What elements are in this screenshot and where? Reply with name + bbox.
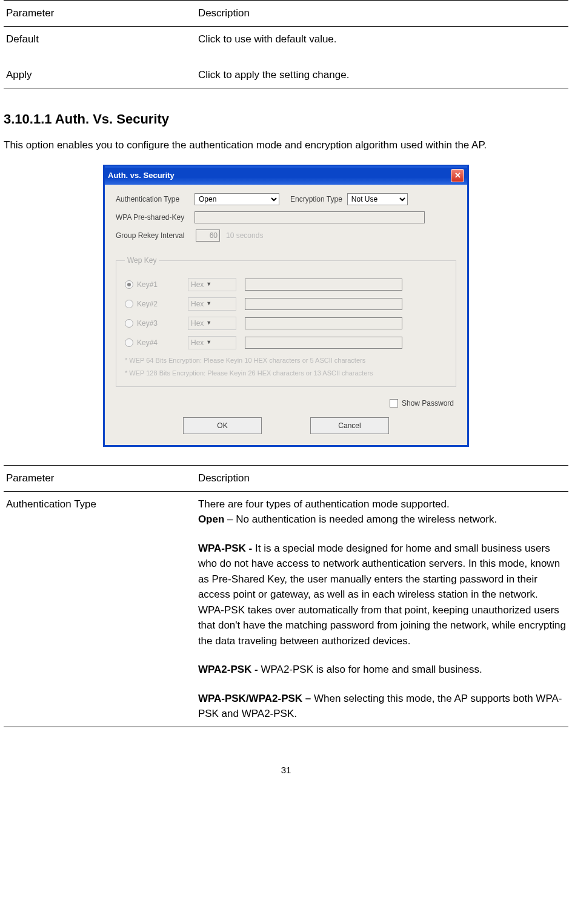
label-enc-type: Encryption Type	[290, 194, 342, 205]
key2-input	[245, 298, 402, 310]
key3-format-select: Hex▼	[188, 317, 236, 330]
radio-key4	[125, 338, 133, 347]
cell-desc: There are four types of authentication m…	[196, 491, 568, 727]
ok-button[interactable]: OK	[183, 417, 262, 434]
wep-hint-2: * WEP 128 Bits Encryption: Please Keyin …	[125, 368, 447, 378]
label-group-rekey: Group Rekey Interval	[116, 230, 190, 241]
key4-input	[245, 337, 402, 349]
label-key1: Key#1	[137, 279, 158, 290]
label-ten-seconds: 10 seconds	[226, 230, 263, 241]
label-auth-type: Authentication Type	[116, 194, 190, 205]
label-key3: Key#3	[137, 318, 158, 329]
section-heading: 3.10.1.1 Auth. Vs. Security	[4, 109, 568, 129]
wep-legend: Wep Key	[125, 255, 159, 266]
auth-desc-both: WPA-PSK/WPA2-PSK – When selecting this m…	[198, 691, 566, 722]
auth-desc-open: Open – No authentication is needed among…	[198, 512, 566, 527]
enc-type-select[interactable]: Not Use	[347, 193, 408, 205]
cell-param: Apply	[4, 51, 196, 88]
key3-input	[245, 317, 402, 329]
auth-type-select[interactable]: Open	[195, 193, 279, 205]
table-row: Apply Click to apply the setting change.	[4, 51, 568, 88]
label-key4: Key#4	[137, 337, 158, 348]
table-parameter-top: Parameter Description Default Click to u…	[4, 0, 568, 88]
label-show-password: Show Password	[402, 398, 454, 409]
wpa-psk-input	[195, 211, 425, 223]
cancel-button[interactable]: Cancel	[310, 417, 389, 434]
radio-key1	[125, 280, 133, 289]
table-row: Authentication Type There are four types…	[4, 491, 568, 727]
dialog-titlebar: Auth. vs. Security ✕	[105, 167, 467, 185]
key4-format-select: Hex▼	[188, 336, 236, 349]
table-header-desc: Description	[196, 1, 568, 27]
label-key2: Key#2	[137, 299, 158, 309]
auth-desc-wpa2psk: WPA2-PSK - WPA2-PSK is also for home and…	[198, 662, 566, 678]
cell-param: Authentication Type	[4, 491, 196, 727]
auth-desc-wpapsk: WPA-PSK - It is a special mode designed …	[198, 541, 566, 649]
page-number: 31	[4, 764, 568, 777]
show-password-checkbox[interactable]	[390, 399, 398, 408]
wep-key-fieldset: Wep Key Key#1 Hex▼ Key#2 Hex▼ Key#3 Hex▼	[116, 255, 456, 387]
cell-desc: Click to apply the setting change.	[196, 51, 568, 88]
key1-input	[245, 279, 402, 291]
cell-desc: Click to use with default value.	[196, 26, 568, 51]
chevron-down-icon: ▼	[206, 338, 211, 347]
auth-desc-intro: There are four types of authentication m…	[198, 497, 566, 512]
table-header-param: Parameter	[4, 1, 196, 27]
chevron-down-icon: ▼	[206, 300, 211, 308]
table-parameter-bottom: Parameter Description Authentication Typ…	[4, 465, 568, 727]
table-header-param: Parameter	[4, 466, 196, 492]
chevron-down-icon: ▼	[206, 280, 211, 289]
key1-format-select: Hex▼	[188, 278, 236, 291]
section-intro: This option enables you to configure the…	[4, 137, 568, 153]
chevron-down-icon: ▼	[206, 319, 211, 328]
table-header-desc: Description	[196, 466, 568, 492]
key2-format-select: Hex▼	[188, 297, 236, 311]
close-icon[interactable]: ✕	[451, 169, 464, 182]
label-wpa-psk: WPA Pre-shared-Key	[116, 212, 190, 223]
table-row: Default Click to use with default value.	[4, 26, 568, 51]
cell-param: Default	[4, 26, 196, 51]
auth-security-dialog: Auth. vs. Security ✕ Authentication Type…	[103, 165, 469, 447]
radio-key3	[125, 319, 133, 328]
group-rekey-input	[196, 229, 220, 242]
wep-hint-1: * WEP 64 Bits Encryption: Please Keyin 1…	[125, 355, 447, 366]
radio-key2	[125, 300, 133, 308]
dialog-title: Auth. vs. Security	[108, 170, 175, 182]
